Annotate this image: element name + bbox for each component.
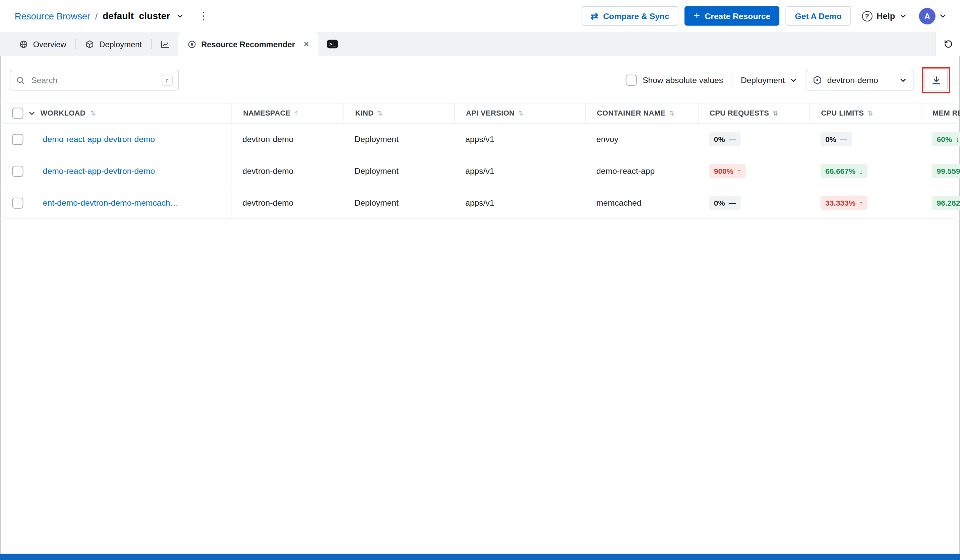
column-header-workload[interactable]: WORKLOAD ⇅ bbox=[0, 104, 231, 123]
kebab-menu-icon[interactable]: ⋮ bbox=[198, 11, 208, 21]
bulk-select-chevron-icon[interactable] bbox=[28, 110, 35, 117]
cell-kind: Deployment bbox=[344, 187, 454, 219]
pill-value: 0% bbox=[714, 199, 725, 207]
namespace-filter-value: devtron-demo bbox=[827, 76, 894, 85]
column-header-api-version[interactable]: API VERSION ⇅ bbox=[454, 104, 585, 123]
sort-icon: ⇅ bbox=[867, 110, 873, 117]
pill-cpu-requests: 900%↑ bbox=[709, 164, 746, 178]
column-header-kind[interactable]: KIND ⇅ bbox=[344, 104, 454, 123]
cell-mem-requests: 60%↓ bbox=[921, 124, 960, 155]
cell-cpu-requests: 900%↑ bbox=[698, 155, 809, 187]
search-shortcut-key: r bbox=[162, 75, 173, 86]
select-all-checkbox[interactable] bbox=[13, 107, 24, 118]
tab-deployment[interactable]: Deployment bbox=[76, 32, 151, 56]
workload-link[interactable]: demo-react-app-devtron-demo bbox=[43, 166, 155, 175]
download-icon bbox=[931, 75, 941, 85]
column-label: CPU LIMITS bbox=[821, 109, 864, 118]
download-button[interactable] bbox=[925, 70, 947, 91]
tab-monitoring[interactable] bbox=[152, 32, 178, 56]
workload-link[interactable]: ent-demo-devtron-demo-memcach… bbox=[43, 198, 178, 207]
trend-icon: ↓ bbox=[956, 136, 959, 143]
pill-mem-requests: 96.262 bbox=[932, 196, 960, 210]
show-absolute-values-checkbox[interactable] bbox=[626, 75, 637, 86]
create-resource-button[interactable]: + Create Resource bbox=[685, 6, 780, 26]
column-header-mem-requests[interactable]: MEM RE ⇅ bbox=[921, 104, 960, 123]
plus-icon: + bbox=[694, 10, 700, 21]
cell-container-name: memcached bbox=[585, 187, 698, 219]
sort-icon: ⇅ bbox=[669, 110, 674, 117]
refresh-button[interactable] bbox=[936, 32, 960, 56]
cell-container-name: envoy bbox=[585, 124, 698, 155]
table-header-row: WORKLOAD ⇅ NAMESPACE ↑ KIND ⇅ API VERSIO… bbox=[0, 103, 960, 124]
pill-value: 0% bbox=[714, 135, 725, 144]
row-checkbox[interactable] bbox=[13, 166, 24, 177]
chevron-down-icon bbox=[790, 77, 797, 84]
cell-cpu-limits: 66.667%↓ bbox=[810, 155, 921, 187]
column-header-container-name[interactable]: CONTAINER NAME ⇅ bbox=[585, 104, 698, 123]
sort-icon: ⇅ bbox=[518, 110, 523, 117]
tab-overview[interactable]: Overview bbox=[10, 32, 75, 56]
resource-browser-page: Resource Browser / default_cluster ⋮ ⇄ C… bbox=[0, 0, 960, 560]
table-row: demo-react-app-devtron-demo devtron-demo… bbox=[0, 124, 960, 155]
compare-sync-label: Compare & Sync bbox=[603, 11, 669, 21]
chevron-down-icon bbox=[899, 77, 907, 84]
trend-icon: ↓ bbox=[859, 168, 863, 175]
toolbar-controls: Show absolute values Deployment devtron-… bbox=[626, 67, 950, 93]
column-label: KIND bbox=[355, 109, 373, 118]
pill-mem-requests: 60%↓ bbox=[932, 132, 960, 146]
pill-value: 66.667% bbox=[825, 167, 855, 175]
tab-resource-recommender[interactable]: Resource Recommender ✕ bbox=[178, 32, 318, 56]
pill-value: 900% bbox=[714, 167, 733, 175]
cell-api-version: apps/v1 bbox=[454, 187, 585, 219]
sort-icon: ⇅ bbox=[91, 110, 96, 117]
download-highlight-annotation bbox=[922, 67, 950, 93]
cell-cpu-requests: 0%— bbox=[698, 187, 809, 219]
trend-icon: ↑ bbox=[859, 199, 863, 207]
breadcrumb-root-link[interactable]: Resource Browser bbox=[15, 11, 90, 21]
pill-cpu-limits: 0%— bbox=[821, 132, 853, 146]
close-tab-icon[interactable]: ✕ bbox=[303, 40, 309, 48]
cluster-name: default_cluster bbox=[102, 10, 170, 21]
terminal-icon: >_ bbox=[327, 40, 338, 48]
table-body: demo-react-app-devtron-demo devtron-demo… bbox=[0, 124, 960, 219]
workload-link[interactable]: demo-react-app-devtron-demo bbox=[43, 135, 155, 144]
breadcrumb-separator: / bbox=[95, 11, 98, 21]
kind-filter-dropdown[interactable]: Deployment bbox=[741, 76, 797, 85]
tab-terminal[interactable]: >_ bbox=[318, 32, 347, 56]
compare-arrows-icon: ⇄ bbox=[590, 11, 598, 21]
search-box[interactable]: r bbox=[10, 70, 179, 91]
cell-namespace: devtron-demo bbox=[231, 155, 343, 187]
cell-api-version: apps/v1 bbox=[454, 124, 585, 155]
namespace-filter-dropdown[interactable]: devtron-demo bbox=[806, 70, 914, 91]
help-menu[interactable]: ? Help bbox=[862, 11, 907, 21]
compare-sync-button[interactable]: ⇄ Compare & Sync bbox=[581, 6, 678, 26]
column-label: WORKLOAD bbox=[40, 109, 85, 118]
pill-cpu-limits: 66.667%↓ bbox=[821, 164, 868, 178]
tab-resource-recommender-label: Resource Recommender bbox=[201, 40, 295, 49]
get-a-demo-button[interactable]: Get A Demo bbox=[786, 6, 851, 26]
search-input[interactable] bbox=[30, 75, 157, 85]
column-header-cpu-requests[interactable]: CPU REQUESTS ⇅ bbox=[698, 104, 809, 123]
cell-mem-requests: 99.559 bbox=[921, 155, 960, 187]
row-checkbox[interactable] bbox=[13, 197, 24, 208]
cluster-switcher-chevron-icon[interactable] bbox=[176, 13, 184, 20]
row-checkbox[interactable] bbox=[13, 134, 24, 145]
pill-value: 0% bbox=[825, 135, 836, 144]
devtron-hexagon-icon bbox=[813, 75, 822, 85]
show-absolute-values-toggle[interactable]: Show absolute values bbox=[626, 75, 723, 86]
user-menu[interactable]: A bbox=[919, 8, 947, 24]
sort-icon: ⇅ bbox=[773, 110, 778, 117]
cell-namespace: devtron-demo bbox=[231, 124, 343, 155]
tab-bar: Overview Deployment Resource Recommender… bbox=[0, 32, 960, 56]
column-header-cpu-limits[interactable]: CPU LIMITS ⇅ bbox=[810, 104, 921, 123]
top-header: Resource Browser / default_cluster ⋮ ⇄ C… bbox=[0, 0, 960, 32]
breadcrumb: Resource Browser / default_cluster ⋮ bbox=[15, 10, 209, 21]
cell-mem-requests: 96.262 bbox=[921, 187, 960, 219]
column-header-namespace[interactable]: NAMESPACE ↑ bbox=[231, 104, 343, 123]
cell-workload: demo-react-app-devtron-demo bbox=[0, 124, 231, 155]
globe-icon bbox=[19, 40, 28, 49]
cube-icon bbox=[85, 40, 94, 49]
tab-deployment-label: Deployment bbox=[99, 40, 142, 49]
column-label: MEM RE bbox=[933, 109, 960, 118]
avatar: A bbox=[919, 8, 936, 24]
